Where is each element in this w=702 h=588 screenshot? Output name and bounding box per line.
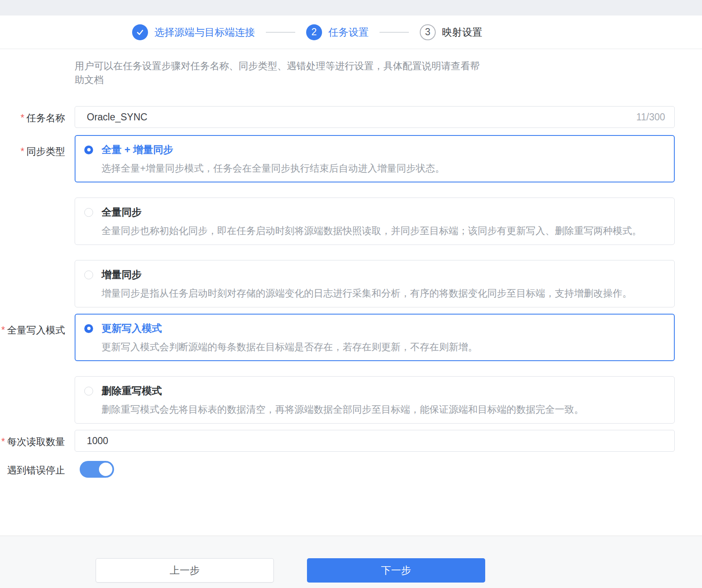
wizard-stepper: 选择源端与目标端连接 2 任务设置 3 映射设置 <box>0 16 702 49</box>
radio-checked-icon[interactable] <box>84 324 93 333</box>
task-name-input-field[interactable] <box>87 112 629 123</box>
sync-type-option-full[interactable]: 全量同步 全量同步也称初始化同步，即在任务启动时刻将源端数据快照读取，并同步至目… <box>75 198 675 245</box>
batch-read-count-input-field[interactable] <box>87 435 665 447</box>
option-title: 全量 + 增量同步 <box>101 143 173 156</box>
step-connector <box>266 32 295 33</box>
step-2-circle: 2 <box>306 24 322 40</box>
footer-bar: 上一步 下一步 <box>0 536 702 588</box>
option-description: 增量同步是指从任务启动时刻对存储的源端变化的日志进行采集和分析，有序的将数据变化… <box>101 286 664 300</box>
stop-on-error-toggle[interactable] <box>80 461 114 478</box>
prev-step-button[interactable]: 上一步 <box>96 558 274 583</box>
option-description: 删除重写模式会先将目标表的数据清空，再将源端数据全部同步至目标端，能保证源端和目… <box>101 403 664 416</box>
description-line-2: 助文档 <box>75 74 104 85</box>
task-name-input[interactable]: 11/300 <box>75 106 675 128</box>
sync-type-row: *同步类型 全量 + 增量同步 选择全量+增量同步模式，任务会在全量同步执行结束… <box>0 135 702 307</box>
required-asterisk: * <box>1 436 5 447</box>
full-write-mode-label: *全量写入模式 <box>0 314 65 337</box>
write-mode-option-delete-rewrite[interactable]: 删除重写模式 删除重写模式会先将目标表的数据清空，再将源端数据全部同步至目标端，… <box>75 376 675 424</box>
batch-read-count-row: *每次读取数量 <box>0 430 702 452</box>
next-step-button[interactable]: 下一步 <box>307 558 485 583</box>
option-title: 删除重写模式 <box>101 384 162 398</box>
step-2-active: 2 任务设置 <box>306 24 369 40</box>
task-name-label: *任务名称 <box>0 106 65 125</box>
radio-unchecked-icon[interactable] <box>84 387 93 395</box>
stop-on-error-row: 遇到错误停止 <box>0 461 702 478</box>
task-name-row: *任务名称 11/300 <box>0 106 702 128</box>
sync-type-option-incremental[interactable]: 增量同步 增量同步是指从任务启动时刻对存储的源端变化的日志进行采集和分析，有序的… <box>75 260 675 307</box>
step-1-completed: 选择源端与目标端连接 <box>132 24 255 40</box>
step-3-label: 映射设置 <box>442 26 482 39</box>
step-3-pending: 3 映射设置 <box>420 24 482 40</box>
page-description: 用户可以在任务设置步骤对任务名称、同步类型、遇错处理等进行设置，具体配置说明请查… <box>75 59 702 87</box>
task-name-char-counter: 11/300 <box>636 112 665 123</box>
sync-type-option-full-plus-incremental[interactable]: 全量 + 增量同步 选择全量+增量同步模式，任务会在全量同步执行结束后自动进入增… <box>75 135 675 182</box>
radio-unchecked-icon[interactable] <box>84 208 93 217</box>
step-1-circle <box>132 24 148 40</box>
top-gray-bar <box>0 0 702 16</box>
step-2-label: 任务设置 <box>328 26 369 39</box>
option-title: 增量同步 <box>101 268 142 281</box>
sync-type-label: *同步类型 <box>0 135 65 158</box>
step-3-circle: 3 <box>420 24 436 40</box>
write-mode-option-upsert[interactable]: 更新写入模式 更新写入模式会判断源端的每条数据在目标端是否存在，若存在则更新，不… <box>75 314 675 361</box>
toggle-knob <box>99 463 112 476</box>
radio-checked-icon[interactable] <box>84 146 93 154</box>
batch-read-count-label: *每次读取数量 <box>0 430 65 448</box>
batch-read-count-input[interactable] <box>75 430 675 452</box>
option-title: 更新写入模式 <box>101 322 162 335</box>
check-icon <box>136 28 144 36</box>
option-description: 更新写入模式会判断源端的每条数据在目标端是否存在，若存在则更新，不存在则新增。 <box>101 340 664 354</box>
full-write-mode-row: *全量写入模式 更新写入模式 更新写入模式会判断源端的每条数据在目标端是否存在，… <box>0 314 702 424</box>
option-description: 全量同步也称初始化同步，即在任务启动时刻将源端数据快照读取，并同步至目标端；该同… <box>101 224 664 238</box>
task-settings-form: 用户可以在任务设置步骤对任务名称、同步类型、遇错处理等进行设置，具体配置说明请查… <box>0 49 702 478</box>
stop-on-error-label: 遇到错误停止 <box>0 461 65 477</box>
required-asterisk: * <box>21 112 24 123</box>
step-1-label: 选择源端与目标端连接 <box>154 26 255 39</box>
radio-unchecked-icon[interactable] <box>84 271 93 279</box>
required-asterisk: * <box>21 146 24 157</box>
description-line-1: 用户可以在任务设置步骤对任务名称、同步类型、遇错处理等进行设置，具体配置说明请查… <box>75 60 480 71</box>
required-asterisk: * <box>1 325 5 336</box>
step-connector <box>380 32 409 33</box>
option-description: 选择全量+增量同步模式，任务会在全量同步执行结束后自动进入增量同步状态。 <box>101 161 664 175</box>
option-title: 全量同步 <box>101 206 142 219</box>
